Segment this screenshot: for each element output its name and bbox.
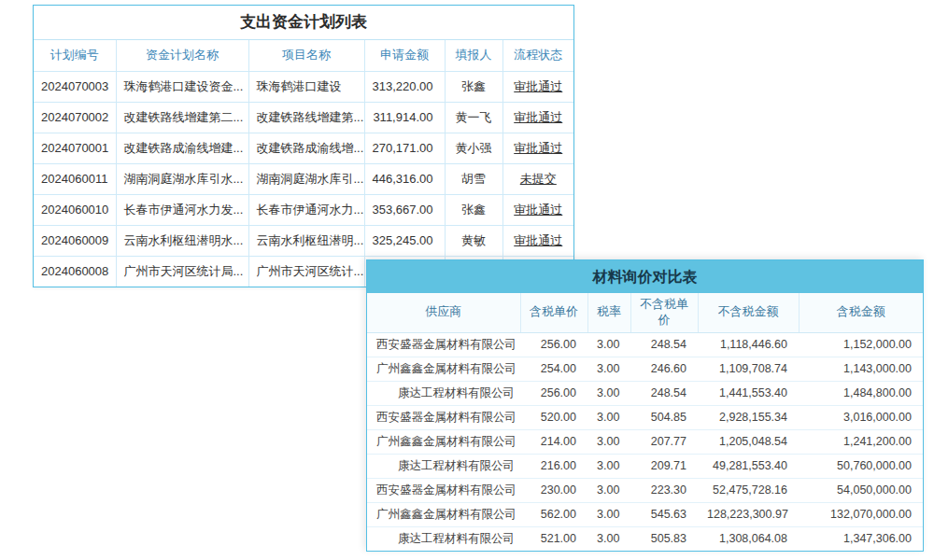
cell-amount_incl: 1,484,800.00	[799, 381, 923, 405]
expense-fund-plan-table: 计划编号资金计划名称项目名称申请金额填报人流程状态 2024070003珠海鹤港…	[34, 40, 573, 287]
cell-status[interactable]: 审批通过	[502, 225, 573, 256]
cell-price_incl: 521.00	[520, 526, 587, 551]
cell-price_excl: 504.85	[630, 405, 698, 429]
cell-status[interactable]: 审批通过	[502, 71, 573, 102]
cell-supplier: 广州鑫鑫金属材料有限公司	[367, 357, 520, 381]
cell-plan: 改建铁路线增建第二...	[116, 102, 248, 133]
cell-amount: 325,245.00	[364, 225, 445, 256]
column-header-project: 项目名称	[248, 40, 364, 71]
cell-id: 2024060008	[34, 256, 116, 287]
cell-id: 2024060010	[34, 194, 116, 225]
plan-table-row: 2024070002改建铁路线增建第二...改建铁路线增建第...311,914…	[34, 102, 573, 133]
cell-amount_excl: 49,281,553.40	[698, 454, 799, 478]
cell-amount_excl: 2,928,155.34	[698, 405, 799, 429]
cell-id: 2024070003	[34, 71, 116, 102]
cell-project: 珠海鹤港口建设	[248, 71, 364, 102]
cell-supplier: 西安盛器金属材料有限公司	[367, 478, 520, 502]
material-inquiry-panel: 材料询价对比表 供应商含税单价税率不含税单价不含税金额含税金额 西安盛器金属材料…	[366, 259, 924, 552]
inquiry-table-row: 康达工程材料有限公司216.003.00209.7149,281,553.405…	[367, 454, 923, 478]
cell-amount_incl: 1,241,200.00	[799, 429, 923, 454]
material-inquiry-table: 供应商含税单价税率不含税单价不含税金额含税金额 西安盛器金属材料有限公司256.…	[367, 293, 923, 551]
column-header-price_incl: 含税单价	[520, 293, 587, 332]
cell-plan: 湖南洞庭湖水库引水...	[116, 163, 248, 194]
cell-person: 黄敏	[445, 225, 502, 256]
cell-tax_rate: 3.00	[587, 381, 630, 405]
column-header-amount: 申请金额	[364, 40, 445, 71]
inquiry-table-title: 材料询价对比表	[367, 260, 923, 293]
cell-price_excl: 209.71	[630, 454, 698, 478]
inquiry-table-row: 康达工程材料有限公司256.003.00248.541,441,553.401,…	[367, 381, 923, 405]
cell-status[interactable]: 未提交	[502, 163, 573, 194]
cell-tax_rate: 3.00	[587, 478, 630, 502]
cell-price_excl: 248.54	[630, 381, 698, 405]
cell-amount_excl: 1,441,553.40	[698, 381, 799, 405]
cell-project: 云南水利枢纽潜明...	[248, 225, 364, 256]
cell-tax_rate: 3.00	[587, 332, 630, 357]
cell-supplier: 康达工程材料有限公司	[367, 381, 520, 405]
cell-supplier: 广州鑫鑫金属材料有限公司	[367, 502, 520, 526]
cell-plan: 改建铁路成渝线增建...	[116, 133, 248, 163]
column-header-id: 计划编号	[34, 40, 116, 71]
cell-price_incl: 230.00	[520, 478, 587, 502]
plan-table-row: 2024060009云南水利枢纽潜明水...云南水利枢纽潜明...325,245…	[34, 225, 573, 256]
cell-price_incl: 216.00	[520, 454, 587, 478]
plan-table-row: 2024070003珠海鹤港口建设资金...珠海鹤港口建设313,220.00张…	[34, 71, 573, 102]
column-header-tax_rate: 税率	[587, 293, 630, 332]
cell-plan: 珠海鹤港口建设资金...	[116, 71, 248, 102]
cell-amount: 311,914.00	[364, 102, 445, 133]
cell-supplier: 康达工程材料有限公司	[367, 526, 520, 551]
cell-amount_excl: 1,205,048.54	[698, 429, 799, 454]
plan-table-row: 2024060010长春市伊通河水力发...长春市伊通河水力...353,667…	[34, 194, 573, 225]
cell-id: 2024060011	[34, 163, 116, 194]
column-header-plan: 资金计划名称	[116, 40, 248, 71]
expense-fund-plan-panel: 支出资金计划列表 计划编号资金计划名称项目名称申请金额填报人流程状态 20240…	[33, 5, 574, 287]
column-header-person: 填报人	[445, 40, 502, 71]
column-header-price_excl: 不含税单价	[630, 293, 698, 332]
cell-tax_rate: 3.00	[587, 357, 630, 381]
plan-table-header-row: 计划编号资金计划名称项目名称申请金额填报人流程状态	[34, 40, 573, 71]
cell-tax_rate: 3.00	[587, 405, 630, 429]
cell-amount_excl: 1,118,446.60	[698, 332, 799, 357]
cell-amount_excl: 128,223,300.97	[698, 502, 799, 526]
cell-project: 湖南洞庭湖水库引...	[248, 163, 364, 194]
inquiry-table-row: 西安盛器金属材料有限公司520.003.00504.852,928,155.34…	[367, 405, 923, 429]
cell-status[interactable]: 审批通过	[502, 102, 573, 133]
cell-price_incl: 256.00	[520, 332, 587, 357]
cell-person: 张鑫	[445, 71, 502, 102]
cell-plan: 广州市天河区统计局...	[116, 256, 248, 287]
cell-amount_incl: 1,152,000.00	[799, 332, 923, 357]
cell-supplier: 康达工程材料有限公司	[367, 454, 520, 478]
cell-id: 2024070001	[34, 133, 116, 163]
cell-price_excl: 207.77	[630, 429, 698, 454]
cell-person: 张鑫	[445, 194, 502, 225]
cell-person: 黄小强	[445, 133, 502, 163]
cell-person: 胡雪	[445, 163, 502, 194]
cell-project: 广州市天河区统计...	[248, 256, 364, 287]
cell-supplier: 广州鑫鑫金属材料有限公司	[367, 429, 520, 454]
cell-project: 长春市伊通河水力...	[248, 194, 364, 225]
cell-amount_excl: 1,308,064.08	[698, 526, 799, 551]
cell-amount_incl: 50,760,000.00	[799, 454, 923, 478]
cell-status[interactable]: 审批通过	[502, 133, 573, 163]
cell-amount_incl: 3,016,000.00	[799, 405, 923, 429]
cell-plan: 长春市伊通河水力发...	[116, 194, 248, 225]
cell-amount_incl: 1,347,306.00	[799, 526, 923, 551]
inquiry-table-row: 广州鑫鑫金属材料有限公司254.003.00246.601,109,708.74…	[367, 357, 923, 381]
cell-project: 改建铁路线增建第...	[248, 102, 364, 133]
column-header-amount_excl: 不含税金额	[698, 293, 799, 332]
cell-price_incl: 214.00	[520, 429, 587, 454]
plan-table-row: 2024060011湖南洞庭湖水库引水...湖南洞庭湖水库引...446,316…	[34, 163, 573, 194]
column-header-amount_incl: 含税金额	[799, 293, 923, 332]
cell-amount_incl: 1,143,000.00	[799, 357, 923, 381]
inquiry-table-row: 康达工程材料有限公司521.003.00505.831,308,064.081,…	[367, 526, 923, 551]
cell-amount_incl: 132,070,000.00	[799, 502, 923, 526]
cell-tax_rate: 3.00	[587, 526, 630, 551]
cell-status[interactable]: 审批通过	[502, 194, 573, 225]
cell-id: 2024070002	[34, 102, 116, 133]
cell-tax_rate: 3.00	[587, 429, 630, 454]
column-header-supplier: 供应商	[367, 293, 520, 332]
inquiry-table-row: 广州鑫鑫金属材料有限公司214.003.00207.771,205,048.54…	[367, 429, 923, 454]
plan-table-row: 2024070001改建铁路成渝线增建...改建铁路成渝线增...270,171…	[34, 133, 573, 163]
cell-price_incl: 254.00	[520, 357, 587, 381]
inquiry-table-row: 广州鑫鑫金属材料有限公司562.003.00545.63128,223,300.…	[367, 502, 923, 526]
